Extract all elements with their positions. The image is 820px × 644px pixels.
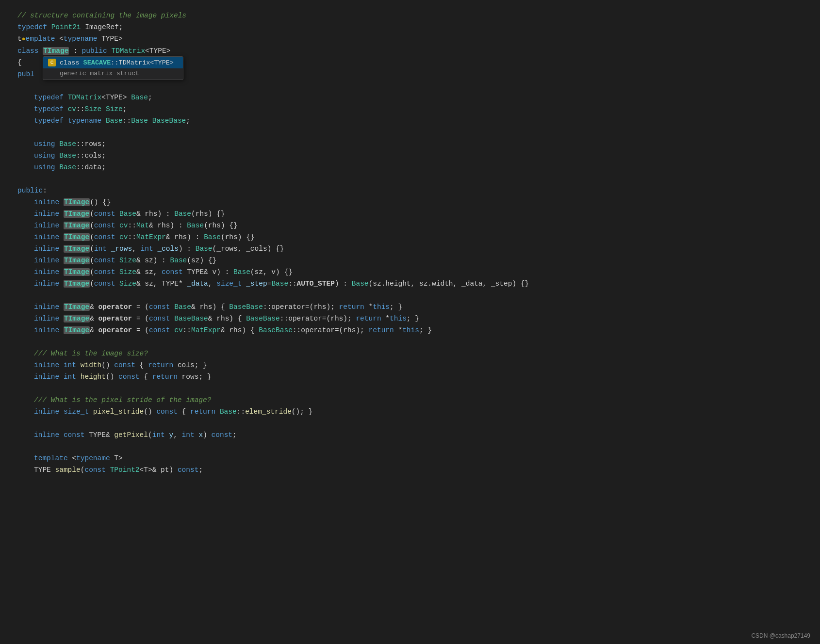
code-line-21: inline TImage(int _rows, int _cols) : Ba… [0,243,820,255]
code-line-10: typedef typename Base::Base BaseBase; [0,115,820,127]
line-text-4: class TImage : public TDMatrix<TYPE> [0,46,170,56]
code-line-29 [0,336,820,348]
code-line-31: inline int width() const { return cols; … [0,359,820,371]
line-text-22: inline TImage(const Size& sz) : Base(sz)… [0,255,216,266]
line-text-11 [0,127,22,138]
line-text-12: using Base::rows; [0,139,106,149]
code-line-36 [0,418,820,429]
code-line-24: inline TImage(const Size& sz, TYPE* _dat… [0,278,820,290]
code-line-16: public: [0,185,820,196]
line-text-10: typedef typename Base::Base BaseBase; [0,115,190,126]
autocomplete-item-text-1: class SEACAVE::TDMatrix<TYPE> [60,59,174,66]
autocomplete-item-1[interactable]: C class SEACAVE::TDMatrix<TYPE> [43,57,183,68]
line-text-27: inline TImage& operator = (const BaseBas… [0,313,419,324]
line-text-32: inline int height() const { return rows;… [0,371,212,382]
code-line-32: inline int height() const { return rows;… [0,371,820,383]
line-text-9: typedef cv::Size Size; [0,104,127,114]
code-editor: // structure containing the image pixels… [0,0,820,644]
code-line-28: inline TImage& operator = (const cv::Mat… [0,324,820,336]
code-line-14: using Base::data; [0,161,820,173]
line-text-17: inline TImage() {} [0,197,111,208]
line-text-19: inline TImage(const cv::Mat& rhs) : Base… [0,220,238,231]
code-line-22: inline TImage(const Size& sz) : Base(sz)… [0,255,820,266]
line-text-21: inline TImage(int _rows, int _cols) : Ba… [0,243,284,254]
code-line-15 [0,173,820,185]
line-text-35: inline size_t pixel_stride() const { ret… [0,406,312,417]
line-text-7 [0,80,22,91]
code-line-11 [0,127,820,138]
code-line-37: inline const TYPE& getPixel(int y, int x… [0,429,820,441]
watermark: CSDN @cashap27149 [751,632,810,639]
line-text-28: inline TImage& operator = (const cv::Mat… [0,325,432,336]
code-line-20: inline TImage(const cv::MatExpr& rhs) : … [0,231,820,243]
code-line-4: class TImage : public TDMatrix<TYPE> [0,45,820,57]
line-text-14: using Base::data; [0,162,106,173]
line-text-18: inline TImage(const Base& rhs) : Base(rh… [0,209,225,219]
line-text-8: typedef TDMatrix<TYPE> Base; [0,92,152,103]
code-line-1: // structure containing the image pixels [0,10,820,21]
line-text-38 [0,441,22,452]
code-line-2: typedef Point2i ImageRef; [0,21,820,33]
line-text-37: inline const TYPE& getPixel(int y, int x… [0,430,237,440]
code-line-13: using Base::cols; [0,150,820,161]
line-text-36 [0,418,22,429]
line-text-31: inline int width() const { return cols; … [0,360,207,370]
autocomplete-popup[interactable]: C class SEACAVE::TDMatrix<TYPE> generic … [43,56,183,80]
code-line-12: using Base::rows; [0,138,820,150]
line-text-29 [0,337,22,347]
code-line-7 [0,80,820,92]
line-text-34: /// What is the pixel stride of the imag… [0,395,211,405]
code-line-23: inline TImage(const Size& sz, const TYPE… [0,266,820,278]
line-text-6: publ [0,69,34,80]
code-line-40: TYPE sample(const TPoint2<T>& pt) const; [0,464,820,476]
line-text-24: inline TImage(const Size& sz, TYPE* _dat… [0,278,529,289]
line-text-13: using Base::cols; [0,150,106,161]
line-text-33 [0,383,22,394]
line-text-2: typedef Point2i ImageRef; [0,22,123,32]
code-line-30: /// What is the image size? [0,348,820,359]
autocomplete-class-icon: C [48,59,56,66]
code-line-19: inline TImage(const cv::Mat& rhs) : Base… [0,220,820,231]
line-text-1: // structure containing the image pixels [0,10,186,21]
code-line-27: inline TImage& operator = (const BaseBas… [0,313,820,324]
line-text-25 [0,290,22,301]
code-line-18: inline TImage(const Base& rhs) : Base(rh… [0,208,820,220]
line-text-16: public: [0,185,47,196]
line-text-40: TYPE sample(const TPoint2<T>& pt) const; [0,465,203,475]
line-text-15 [0,174,22,184]
code-line-34: /// What is the pixel stride of the imag… [0,394,820,406]
line-text-39: template <typename T> [0,453,123,464]
code-line-33 [0,383,820,394]
code-line-3: t●emplate <typename TYPE> [0,33,820,45]
code-line-35: inline size_t pixel_stride() const { ret… [0,406,820,418]
code-line-38 [0,441,820,452]
line-text-3: t●emplate <typename TYPE> [0,33,123,45]
line-text-30: /// What is the image size? [0,348,148,359]
code-line-39: template <typename T> [0,452,820,464]
line-text-26: inline TImage& operator = (const Base& r… [0,302,402,312]
code-line-25 [0,290,820,301]
code-line-9: typedef cv::Size Size; [0,103,820,115]
line-text-5: { [0,57,22,68]
code-line-17: inline TImage() {} [0,196,820,208]
code-line-8: typedef TDMatrix<TYPE> Base; [0,92,820,103]
line-text-23: inline TImage(const Size& sz, const TYPE… [0,267,293,277]
line-text-20: inline TImage(const cv::MatExpr& rhs) : … [0,232,255,242]
code-line-26: inline TImage& operator = (const Base& r… [0,301,820,313]
autocomplete-description: generic matrix struct [43,68,183,80]
